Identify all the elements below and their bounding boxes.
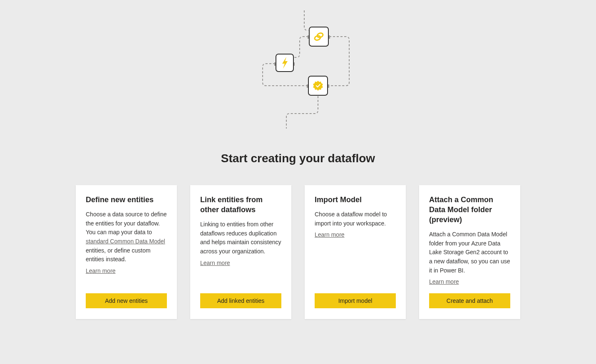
svg-rect-6 — [309, 27, 328, 46]
card-title: Import Model — [315, 195, 396, 205]
card-link-entities: Link entities from other dataflows Linki… — [190, 185, 291, 319]
card-title: Attach a Common Data Model folder (previ… — [429, 195, 510, 225]
card-description: Attach a Common Data Model folder from y… — [429, 230, 510, 275]
card-description: Choose a data source to define the entit… — [86, 210, 167, 264]
learn-more-link[interactable]: Learn more — [315, 231, 396, 238]
page-title: Start creating your dataflow — [221, 152, 375, 165]
card-description: Linking to entities from other dataflows… — [200, 220, 281, 256]
learn-more-link[interactable]: Learn more — [86, 267, 167, 274]
card-attach-cdm-folder: Attach a Common Data Model folder (previ… — [419, 185, 520, 319]
card-define-new-entities: Define new entities Choose a data source… — [76, 185, 177, 319]
cards-row: Define new entities Choose a data source… — [76, 185, 520, 319]
create-and-attach-button[interactable]: Create and attach — [429, 293, 510, 308]
hero-illustration — [240, 10, 356, 131]
add-new-entities-button[interactable]: Add new entities — [86, 293, 167, 308]
learn-more-link[interactable]: Learn more — [200, 260, 281, 266]
card-title: Define new entities — [86, 195, 167, 205]
card-description: Choose a dataflow model to import into y… — [315, 210, 396, 228]
standard-cdm-link[interactable]: standard Common Data Model — [86, 238, 165, 245]
card-title: Link entities from other dataflows — [200, 195, 281, 215]
add-linked-entities-button[interactable]: Add linked entities — [200, 293, 281, 308]
import-model-button[interactable]: Import model — [315, 293, 396, 308]
learn-more-link[interactable]: Learn more — [429, 278, 510, 285]
card-import-model: Import Model Choose a dataflow model to … — [305, 185, 406, 319]
